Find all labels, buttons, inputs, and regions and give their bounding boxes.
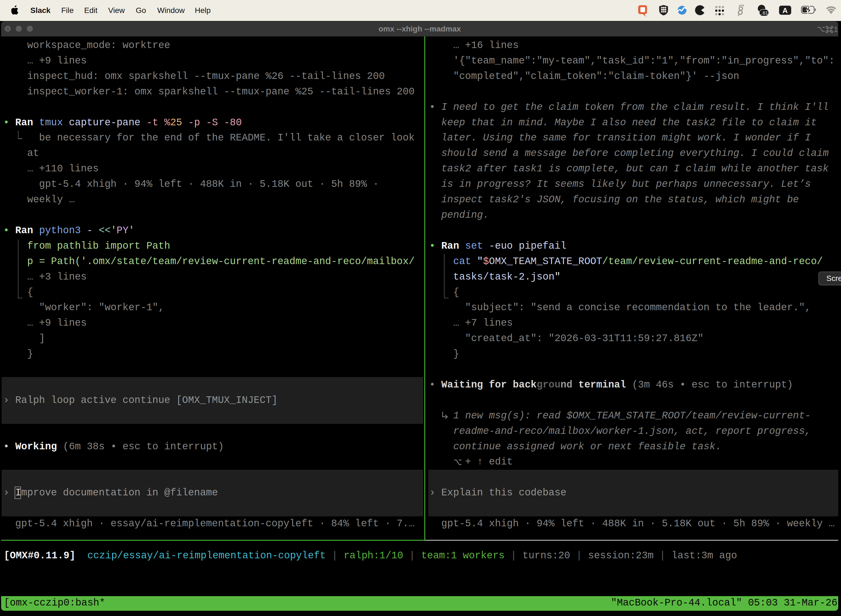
svg-text:..61: ..61	[760, 10, 768, 16]
svg-text:1: 1	[834, 25, 838, 33]
svg-text:A: A	[782, 6, 788, 15]
